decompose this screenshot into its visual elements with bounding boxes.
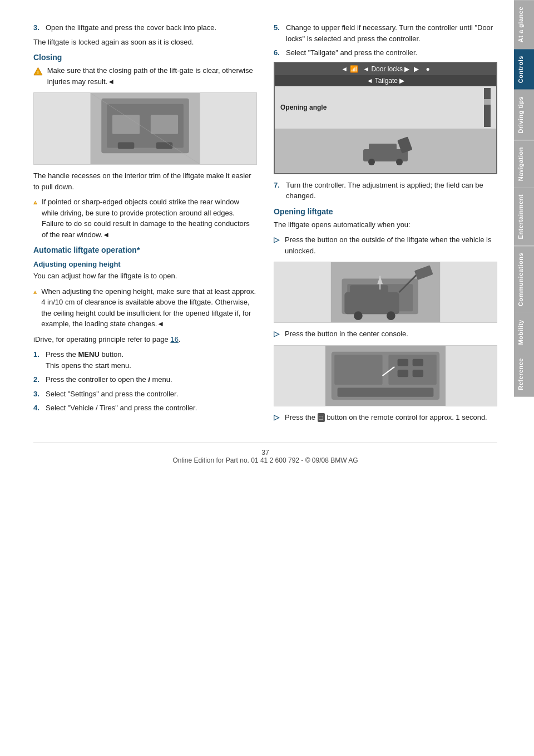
opening-liftgate-intro: The liftgate opens automatically when yo… [274, 219, 497, 230]
closing-warning-block: ! Make sure that the closing path of the… [33, 65, 257, 87]
svg-text:!: ! [35, 291, 36, 293]
menu-step-3: 3. Select "Settings" and press the contr… [33, 389, 257, 400]
left-column: 3. Open the liftgate and press the cover… [33, 22, 257, 426]
svg-rect-15 [369, 144, 397, 152]
adjust-intro: You can adjust how far the liftgate is t… [33, 271, 257, 282]
main-content: 3. Open the liftgate and press the cover… [0, 0, 514, 756]
svg-rect-36 [413, 359, 423, 366]
svg-rect-34 [338, 387, 434, 396]
step-3: 3. Open the liftgate and press the cover… [33, 22, 257, 33]
step-7-text: Turn the controller. The adjustment is a… [286, 180, 497, 202]
tailgate-label: ◄ Tailgate ▶ [367, 77, 405, 85]
door-locks-ui-box: ◄ 📶 ◄ Door locks ▶ ▶ ● ◄ Tailgate ▶ Open… [274, 62, 497, 174]
arrow-right-icon: ▶ [414, 65, 419, 73]
step-6-text: Select "Tailgate" and press the controll… [286, 47, 417, 58]
svg-rect-6 [156, 143, 173, 149]
menu-step-2-num: 2. [33, 374, 42, 385]
slider-thumb [484, 99, 491, 105]
settings-dot-icon: ● [426, 65, 429, 73]
svg-point-16 [368, 159, 375, 165]
menu-step-3-num: 3. [33, 389, 42, 400]
sidebar-tab-reference[interactable]: Reference [514, 351, 534, 397]
svg-point-28 [354, 311, 363, 320]
sidebar-tab-mobility[interactable]: Mobility [514, 313, 534, 352]
sidebar-tab-navigation[interactable]: Navigation [514, 140, 534, 188]
svg-rect-33 [388, 355, 436, 385]
console-image [274, 345, 497, 406]
image-note: The handle recesses on the interior trim… [33, 170, 257, 192]
svg-rect-37 [398, 370, 408, 377]
liftgate-interior-image [33, 92, 257, 165]
sidebar-tab-at-glance-label: At a glance [517, 7, 524, 42]
car-silhouette-svg [355, 135, 416, 166]
step-5-num: 5. [274, 22, 283, 44]
footer-text: Online Edition for Part no. 01 41 2 600 … [172, 456, 358, 464]
menu-step-1: 1. Press the MENU button.This opens the … [33, 349, 257, 371]
step-7-num: 7. [274, 180, 283, 202]
sidebar-tab-controls[interactable]: Controls [514, 49, 534, 90]
sidebar-tab-reference-label: Reference [517, 358, 524, 390]
car-silhouette-area [275, 129, 496, 173]
svg-rect-5 [118, 143, 135, 149]
tailgate-row: ◄ Tailgate ▶ [275, 75, 496, 86]
menu-step-2: 2. Press the controller to open the i me… [33, 374, 257, 385]
sidebar-tab-driving[interactable]: Driving tips [514, 90, 534, 140]
sidebar-tab-driving-label: Driving tips [517, 96, 524, 134]
bullet-2: ▷ Press the button in the center console… [274, 328, 497, 340]
menu-step-4: 4. Select "Vehicle / Tires" and press th… [33, 402, 257, 414]
adjust-heading: Adjusting opening height [33, 260, 257, 268]
menu-step-3-text: Select "Settings" and press the controll… [46, 389, 178, 400]
door-locks-header-row: ◄ 📶 ◄ Door locks ▶ ▶ ● [275, 63, 496, 75]
sidebar-tab-entertainment[interactable]: Entertainment [514, 188, 534, 246]
opening-liftgate-heading: Opening liftgate [274, 207, 497, 216]
sidebar-tab-communications-label: Communications [517, 253, 524, 306]
menu-step-1-text: Press the MENU button.This opens the sta… [46, 349, 131, 371]
adjust-warning-icon: ! [33, 286, 37, 298]
sidebar-tab-at-glance[interactable]: At a glance [514, 0, 534, 49]
bullet-arrow-1: ▷ [274, 234, 281, 256]
auto-heading: Automatic liftgate operation* [33, 246, 257, 254]
slider-bar [484, 88, 491, 127]
svg-rect-23 [350, 285, 388, 295]
svg-rect-7 [112, 115, 140, 134]
step-7: 7. Turn the controller. The adjustment i… [274, 180, 497, 202]
idrive-ref: iDrive, for operating principle refer to… [33, 334, 257, 345]
svg-point-17 [396, 159, 403, 165]
sidebar-tab-communications[interactable]: Communications [514, 246, 534, 313]
opening-liftgate-image [274, 262, 497, 323]
svg-rect-38 [413, 370, 423, 377]
svg-rect-22 [344, 292, 399, 314]
right-column: 5. Change to upper field if necessary. T… [274, 22, 497, 426]
step-6: 6. Select "Tailgate" and press the contr… [274, 47, 497, 58]
step-3-note: The liftgate is locked again as soon as … [33, 37, 257, 48]
bullet-3-text: Press the □ button on the remote control… [285, 412, 487, 423]
svg-rect-35 [398, 359, 408, 366]
menu-step-2-text: Press the controller to open the i menu. [46, 374, 172, 385]
arrow-left-icon: ◄ [341, 65, 348, 73]
sharp-warning-block: ! If pointed or sharp-edged objects coul… [33, 197, 257, 240]
menu-step-1-num: 1. [33, 349, 42, 371]
door-locks-label: ◄ Door locks ▶ [363, 65, 409, 73]
step-3-num: 3. [33, 22, 42, 33]
sidebar-tab-mobility-label: Mobility [517, 320, 524, 345]
adjust-warning-block: ! When adjusting the opening height, mak… [33, 286, 257, 330]
idrive-page-link[interactable]: 16 [170, 335, 178, 343]
console-svg [274, 346, 497, 406]
menu-step-4-text: Select "Vehicle / Tires" and press the c… [46, 402, 197, 414]
svg-rect-32 [334, 355, 382, 385]
adjust-warning-text: When adjusting the opening height, make … [41, 286, 257, 330]
svg-rect-8 [151, 115, 178, 134]
page-footer: 37 Online Edition for Part no. 01 41 2 6… [33, 443, 497, 464]
step-3-text: Open the liftgate and press the cover ba… [46, 22, 216, 33]
sidebar-tab-navigation-label: Navigation [517, 147, 524, 181]
sidebar-tab-controls-label: Controls [517, 56, 524, 83]
step-6-num: 6. [274, 47, 283, 58]
liftgate-svg [34, 93, 256, 164]
closing-heading: Closing [33, 53, 257, 62]
svg-point-29 [387, 311, 395, 320]
bullet-1: ▷ Press the button on the outside of the… [274, 234, 497, 256]
svg-text:!: ! [35, 202, 36, 204]
opening-angle-label: Opening angle [280, 104, 327, 111]
bullet-arrow-3: ▷ [274, 412, 281, 423]
sidebar-tab-entertainment-label: Entertainment [517, 194, 524, 239]
